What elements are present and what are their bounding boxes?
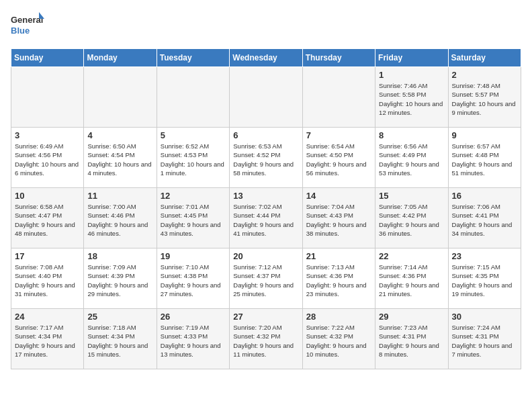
day-info: Sunrise: 7:17 AM Sunset: 4:34 PM Dayligh… xyxy=(15,323,80,359)
col-header-thursday: Thursday xyxy=(302,49,375,67)
day-info: Sunrise: 7:04 AM Sunset: 4:43 PM Dayligh… xyxy=(306,202,371,238)
day-number: 20 xyxy=(233,251,298,261)
day-info: Sunrise: 6:58 AM Sunset: 4:47 PM Dayligh… xyxy=(15,202,80,238)
day-number: 6 xyxy=(233,130,298,140)
calendar-cell: 18Sunrise: 7:09 AM Sunset: 4:39 PM Dayli… xyxy=(84,248,157,309)
day-info: Sunrise: 6:52 AM Sunset: 4:53 PM Dayligh… xyxy=(161,142,226,177)
calendar-cell: 22Sunrise: 7:14 AM Sunset: 4:36 PM Dayli… xyxy=(375,248,448,309)
calendar-cell: 7Sunrise: 6:54 AM Sunset: 4:50 PM Daylig… xyxy=(302,128,375,188)
calendar-cell xyxy=(84,67,157,128)
calendar-cell: 23Sunrise: 7:15 AM Sunset: 4:35 PM Dayli… xyxy=(448,248,521,309)
day-info: Sunrise: 7:12 AM Sunset: 4:37 PM Dayligh… xyxy=(233,263,298,298)
day-info: Sunrise: 7:23 AM Sunset: 4:31 PM Dayligh… xyxy=(379,323,444,359)
day-number: 5 xyxy=(161,130,226,140)
day-number: 17 xyxy=(15,251,80,261)
day-info: Sunrise: 7:48 AM Sunset: 5:57 PM Dayligh… xyxy=(452,81,517,117)
day-number: 8 xyxy=(379,130,444,140)
day-number: 15 xyxy=(379,191,444,201)
calendar-cell: 20Sunrise: 7:12 AM Sunset: 4:37 PM Dayli… xyxy=(230,248,302,309)
day-number: 7 xyxy=(306,130,371,140)
day-number: 4 xyxy=(87,130,152,140)
day-info: Sunrise: 7:24 AM Sunset: 4:31 PM Dayligh… xyxy=(452,323,517,359)
calendar-cell xyxy=(302,67,375,128)
day-number: 18 xyxy=(87,251,152,261)
day-info: Sunrise: 7:19 AM Sunset: 4:33 PM Dayligh… xyxy=(161,323,226,359)
day-number: 19 xyxy=(161,251,226,261)
day-info: Sunrise: 6:57 AM Sunset: 4:48 PM Dayligh… xyxy=(452,142,517,177)
day-info: Sunrise: 7:02 AM Sunset: 4:44 PM Dayligh… xyxy=(233,202,298,238)
day-number: 2 xyxy=(452,70,517,80)
day-number: 22 xyxy=(379,251,444,261)
svg-text:Blue: Blue xyxy=(11,26,30,36)
day-info: Sunrise: 7:00 AM Sunset: 4:46 PM Dayligh… xyxy=(87,202,152,238)
day-info: Sunrise: 7:46 AM Sunset: 5:58 PM Dayligh… xyxy=(379,81,444,117)
col-header-monday: Monday xyxy=(84,49,157,67)
calendar-cell: 6Sunrise: 6:53 AM Sunset: 4:52 PM Daylig… xyxy=(230,128,302,188)
day-number: 9 xyxy=(452,130,517,140)
calendar-table: SundayMondayTuesdayWednesdayThursdayFrid… xyxy=(11,48,521,369)
day-info: Sunrise: 7:01 AM Sunset: 4:45 PM Dayligh… xyxy=(161,202,226,238)
calendar-cell: 27Sunrise: 7:20 AM Sunset: 4:32 PM Dayli… xyxy=(230,309,302,369)
col-header-friday: Friday xyxy=(375,49,448,67)
day-info: Sunrise: 6:54 AM Sunset: 4:50 PM Dayligh… xyxy=(306,142,371,177)
day-number: 25 xyxy=(87,312,152,322)
day-number: 12 xyxy=(161,191,226,201)
calendar-cell: 24Sunrise: 7:17 AM Sunset: 4:34 PM Dayli… xyxy=(11,309,84,369)
day-info: Sunrise: 7:22 AM Sunset: 4:32 PM Dayligh… xyxy=(306,323,371,359)
calendar-cell: 2Sunrise: 7:48 AM Sunset: 5:57 PM Daylig… xyxy=(448,67,521,128)
day-number: 1 xyxy=(379,70,444,80)
day-info: Sunrise: 7:15 AM Sunset: 4:35 PM Dayligh… xyxy=(452,263,517,298)
day-info: Sunrise: 7:13 AM Sunset: 4:36 PM Dayligh… xyxy=(306,263,371,298)
calendar-cell: 19Sunrise: 7:10 AM Sunset: 4:38 PM Dayli… xyxy=(157,248,229,309)
calendar-cell: 25Sunrise: 7:18 AM Sunset: 4:34 PM Dayli… xyxy=(84,309,157,369)
calendar-cell: 4Sunrise: 6:50 AM Sunset: 4:54 PM Daylig… xyxy=(84,128,157,188)
calendar-cell: 26Sunrise: 7:19 AM Sunset: 4:33 PM Dayli… xyxy=(157,309,229,369)
day-info: Sunrise: 6:53 AM Sunset: 4:52 PM Dayligh… xyxy=(233,142,298,177)
calendar-cell xyxy=(157,67,229,128)
calendar-cell: 9Sunrise: 6:57 AM Sunset: 4:48 PM Daylig… xyxy=(448,128,521,188)
calendar-cell: 16Sunrise: 7:06 AM Sunset: 4:41 PM Dayli… xyxy=(448,188,521,248)
day-number: 14 xyxy=(306,191,371,201)
day-info: Sunrise: 7:20 AM Sunset: 4:32 PM Dayligh… xyxy=(233,323,298,359)
calendar-cell: 29Sunrise: 7:23 AM Sunset: 4:31 PM Dayli… xyxy=(375,309,448,369)
svg-text:General: General xyxy=(11,15,43,25)
calendar-cell: 17Sunrise: 7:08 AM Sunset: 4:40 PM Dayli… xyxy=(11,248,84,309)
day-number: 21 xyxy=(306,251,371,261)
day-number: 26 xyxy=(161,312,226,322)
day-number: 11 xyxy=(87,191,152,201)
day-number: 16 xyxy=(452,191,517,201)
logo: General Blue xyxy=(11,11,44,40)
calendar-cell: 13Sunrise: 7:02 AM Sunset: 4:44 PM Dayli… xyxy=(230,188,302,248)
day-number: 30 xyxy=(452,312,517,322)
calendar-cell: 28Sunrise: 7:22 AM Sunset: 4:32 PM Dayli… xyxy=(302,309,375,369)
day-info: Sunrise: 7:05 AM Sunset: 4:42 PM Dayligh… xyxy=(379,202,444,238)
day-number: 13 xyxy=(233,191,298,201)
calendar-cell: 14Sunrise: 7:04 AM Sunset: 4:43 PM Dayli… xyxy=(302,188,375,248)
calendar-cell: 8Sunrise: 6:56 AM Sunset: 4:49 PM Daylig… xyxy=(375,128,448,188)
day-info: Sunrise: 7:10 AM Sunset: 4:38 PM Dayligh… xyxy=(161,263,226,298)
day-info: Sunrise: 6:56 AM Sunset: 4:49 PM Dayligh… xyxy=(379,142,444,177)
calendar-cell xyxy=(230,67,302,128)
day-info: Sunrise: 7:14 AM Sunset: 4:36 PM Dayligh… xyxy=(379,263,444,298)
col-header-sunday: Sunday xyxy=(11,49,84,67)
day-number: 10 xyxy=(15,191,80,201)
calendar-cell: 15Sunrise: 7:05 AM Sunset: 4:42 PM Dayli… xyxy=(375,188,448,248)
day-info: Sunrise: 7:08 AM Sunset: 4:40 PM Dayligh… xyxy=(15,263,80,298)
day-number: 27 xyxy=(233,312,298,322)
calendar-cell: 11Sunrise: 7:00 AM Sunset: 4:46 PM Dayli… xyxy=(84,188,157,248)
calendar-cell xyxy=(11,67,84,128)
calendar-cell: 21Sunrise: 7:13 AM Sunset: 4:36 PM Dayli… xyxy=(302,248,375,309)
logo-svg: General Blue xyxy=(11,11,44,40)
svg-marker-2 xyxy=(39,12,44,19)
day-number: 23 xyxy=(452,251,517,261)
day-number: 3 xyxy=(15,130,80,140)
day-info: Sunrise: 6:50 AM Sunset: 4:54 PM Dayligh… xyxy=(87,142,152,177)
col-header-saturday: Saturday xyxy=(448,49,521,67)
calendar-cell: 1Sunrise: 7:46 AM Sunset: 5:58 PM Daylig… xyxy=(375,67,448,128)
day-info: Sunrise: 7:06 AM Sunset: 4:41 PM Dayligh… xyxy=(452,202,517,238)
calendar-cell: 12Sunrise: 7:01 AM Sunset: 4:45 PM Dayli… xyxy=(157,188,229,248)
day-info: Sunrise: 6:49 AM Sunset: 4:56 PM Dayligh… xyxy=(15,142,80,177)
day-number: 24 xyxy=(15,312,80,322)
calendar-cell: 5Sunrise: 6:52 AM Sunset: 4:53 PM Daylig… xyxy=(157,128,229,188)
day-info: Sunrise: 7:18 AM Sunset: 4:34 PM Dayligh… xyxy=(87,323,152,359)
